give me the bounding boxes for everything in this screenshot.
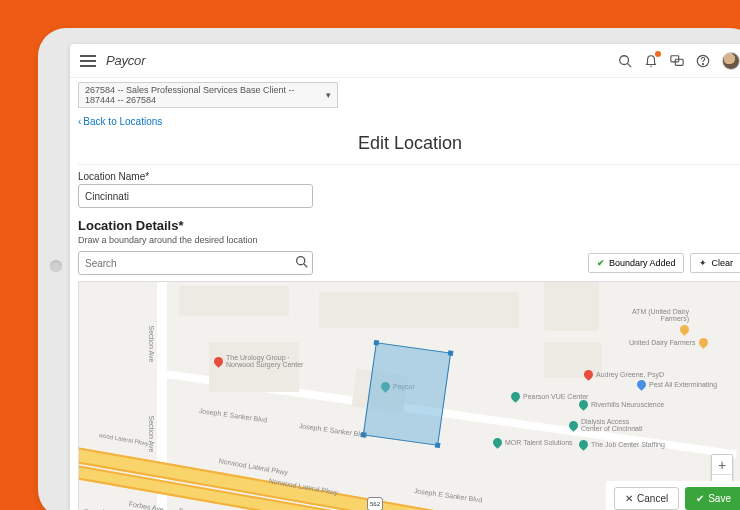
pin-icon <box>567 419 580 432</box>
pin-icon <box>577 438 590 451</box>
boundary-status: ✔ Boundary Added <box>588 253 685 273</box>
check-icon: ✔ <box>597 258 605 268</box>
client-select-value: 267584 -- Sales Professional Services Ba… <box>85 85 326 105</box>
zoom-in-button[interactable]: + <box>712 455 732 475</box>
poi: United Dairy Farmers <box>629 338 708 347</box>
cancel-button[interactable]: ✕ Cancel <box>614 487 679 510</box>
highway-shield: 562 <box>367 497 383 510</box>
clear-button[interactable]: ✦ Clear <box>690 253 740 273</box>
pin-icon <box>582 368 595 381</box>
poi: Pearson VUE Center <box>511 392 588 401</box>
poi: The Job Center Staffing <box>579 440 665 449</box>
location-name-label: Location Name <box>78 171 740 182</box>
divider <box>78 164 740 165</box>
notification-badge <box>655 51 661 57</box>
help-icon[interactable] <box>696 54 710 68</box>
back-link[interactable]: ‹ Back to Locations <box>78 112 740 129</box>
clear-icon: ✦ <box>699 258 707 268</box>
app-screen: Paycor 267584 -- Sales Professional Serv… <box>70 44 740 510</box>
chevron-down-icon: ▾ <box>326 90 331 100</box>
chevron-left-icon: ‹ <box>78 116 81 127</box>
client-select[interactable]: 267584 -- Sales Professional Services Ba… <box>78 82 338 108</box>
save-button[interactable]: ✔ Save <box>685 487 740 510</box>
poi: Audrey Greene, PsyD <box>584 370 664 379</box>
pin-icon <box>212 355 225 368</box>
boundary-handle[interactable] <box>435 442 441 448</box>
back-link-label: Back to Locations <box>83 116 162 127</box>
location-name-input[interactable] <box>78 184 313 208</box>
building-block <box>179 286 289 316</box>
brand-logo: Paycor <box>106 53 145 68</box>
street-label: Joseph E Sanker Blvd <box>299 422 368 439</box>
pin-icon <box>678 323 691 336</box>
status-buttons: ✔ Boundary Added ✦ Clear <box>588 253 740 273</box>
svg-line-8 <box>303 264 306 267</box>
pin-icon <box>635 378 648 391</box>
map-search-input[interactable] <box>79 258 290 269</box>
poi: Dialysis Access Center of Cincinnati <box>569 418 651 432</box>
boundary-status-label: Boundary Added <box>609 258 676 268</box>
pin-icon <box>697 336 710 349</box>
close-icon: ✕ <box>625 493 633 504</box>
pin-icon <box>491 436 504 449</box>
svg-point-0 <box>620 55 629 64</box>
search-icon[interactable] <box>618 54 632 68</box>
pin-icon <box>577 398 590 411</box>
poi: MOR Talent Solutions <box>493 438 573 447</box>
clear-label: Clear <box>711 258 733 268</box>
poi: Pest All Exterminating <box>637 380 717 389</box>
building-block <box>319 292 519 328</box>
street-label: Section Ave <box>148 326 155 363</box>
page-title: Edit Location <box>78 133 740 154</box>
boundary-handle[interactable] <box>374 340 380 346</box>
poi: ATM (United Dairy Farmers) <box>619 308 689 334</box>
check-icon: ✔ <box>696 493 704 504</box>
save-label: Save <box>708 493 731 504</box>
boundary-handle[interactable] <box>448 350 454 356</box>
topbar-icons <box>618 52 740 70</box>
menu-icon[interactable] <box>80 55 96 67</box>
location-details-hint: Draw a boundary around the desired locat… <box>78 235 740 245</box>
poi: Riverhills Neuroscience <box>579 400 664 409</box>
search-row: ✔ Boundary Added ✦ Clear <box>78 251 740 275</box>
svg-point-7 <box>296 257 304 265</box>
street-label: Section Ave <box>148 416 155 453</box>
topbar: Paycor <box>70 44 740 78</box>
location-details-title: Location Details* <box>78 218 740 233</box>
building-block <box>544 281 599 331</box>
map-search-box <box>78 251 313 275</box>
bell-icon[interactable] <box>644 54 658 68</box>
selector-bar: 267584 -- Sales Professional Services Ba… <box>78 78 740 112</box>
action-bar: ✕ Cancel ✔ Save <box>606 481 740 510</box>
street-label: Joseph E Sanker Blvd <box>199 407 268 424</box>
boundary-handle[interactable] <box>361 432 367 438</box>
svg-point-6 <box>702 63 703 64</box>
content: 267584 -- Sales Professional Services Ba… <box>70 78 740 510</box>
poi: The Urology Group · Norwood Surgery Cent… <box>214 354 306 368</box>
street-label: Joseph E Sanker Blvd <box>414 487 483 504</box>
svg-line-1 <box>628 63 632 67</box>
street-label: wood Lateral Pkwy <box>98 432 149 447</box>
search-icon[interactable] <box>290 255 312 271</box>
tablet-home-button <box>50 260 62 272</box>
pin-icon <box>509 390 522 403</box>
cancel-label: Cancel <box>637 493 668 504</box>
avatar[interactable] <box>722 52 740 70</box>
chat-icon[interactable] <box>670 54 684 68</box>
map[interactable]: Section Ave Section Ave Joseph E Sanker … <box>78 281 740 510</box>
boundary-polygon[interactable] <box>363 342 451 446</box>
